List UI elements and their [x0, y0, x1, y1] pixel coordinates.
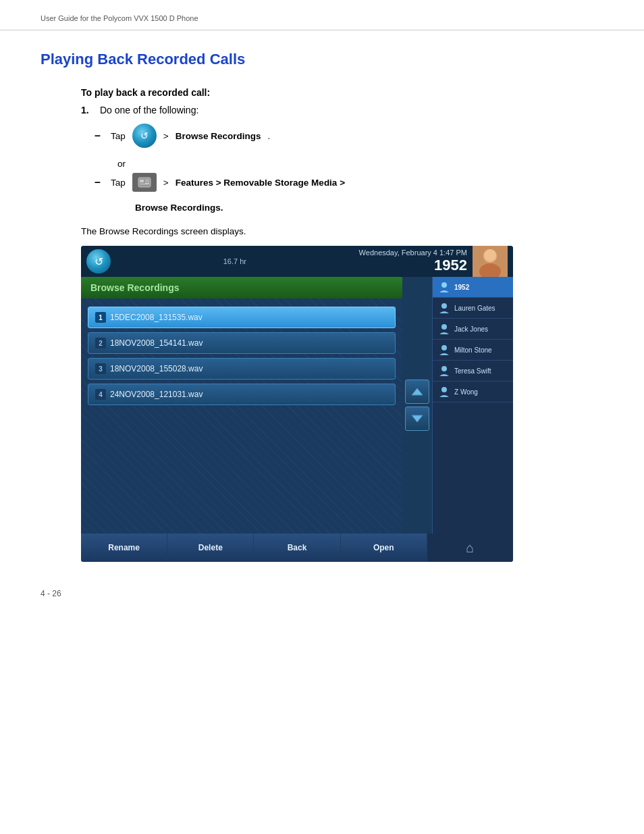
main-content: Playing Back Recorded Calls To play back… — [0, 30, 644, 639]
contact-item-1952[interactable]: 1952 — [433, 277, 513, 298]
person-icon-4 — [438, 344, 450, 356]
phone-right-panel: 1952 Lauren Gates — [432, 277, 513, 533]
sub-step-1: – Tap ↺ > Browse Recordings . — [95, 124, 603, 148]
file-item-4[interactable]: 4 24NOV2008_121031.wav — [88, 384, 396, 405]
file-num-4: 4 — [95, 389, 106, 400]
phone-screen: ↺ 16.7 hr Wednesday, February 4 1:47 PM … — [81, 246, 513, 562]
contact-item-jack[interactable]: Jack Jones — [433, 319, 513, 340]
phone-bottombar: Rename Delete Back Open ⌂ — [81, 533, 513, 562]
phone-storage-info: 16.7 hr — [116, 257, 354, 265]
phone-topbar: ↺ 16.7 hr Wednesday, February 4 1:47 PM … — [81, 246, 513, 277]
or-text: or — [117, 159, 603, 169]
tap-icon-symbol: ↺ — [140, 130, 149, 141]
svg-rect-2 — [145, 180, 149, 180]
period-1: . — [267, 131, 270, 141]
svg-rect-3 — [145, 182, 149, 182]
phone-logo-button[interactable]: ↺ — [86, 249, 111, 273]
sub-step-2-text: Features > Removable Storage Media > — [176, 178, 345, 188]
breadcrumb: User Guide for the Polycom VVX 1500 D Ph… — [41, 14, 198, 22]
contact-icon-5 — [437, 363, 452, 378]
page-number: 4 - 26 — [41, 589, 603, 598]
file-item-3[interactable]: 3 18NOV2008_155028.wav — [88, 358, 396, 380]
back-button[interactable]: Back — [254, 533, 340, 562]
avatar-image — [473, 246, 508, 277]
step-text: Do one of the following: — [100, 105, 198, 115]
scroll-arrows — [402, 277, 432, 533]
scroll-up-button[interactable] — [405, 380, 429, 404]
contact-name-zwong: Z Wong — [454, 388, 510, 396]
svg-marker-10 — [412, 388, 423, 395]
screen-caption: The Browse Recordings screen displays. — [81, 226, 603, 236]
file-num-1: 1 — [95, 312, 106, 323]
contact-name-teresa: Teresa Swift — [454, 367, 510, 375]
svg-rect-5 — [140, 184, 149, 184]
contact-item-lauren[interactable]: Lauren Gates — [433, 298, 513, 319]
home-button[interactable]: ⌂ — [427, 533, 513, 562]
phone-main-area: Browse Recordings 1 15DEC2008_131535.wav… — [81, 277, 513, 533]
person-icon — [438, 281, 450, 293]
file-num-2: 2 — [95, 338, 106, 348]
svg-point-9 — [484, 249, 496, 261]
tap-rect-icon[interactable] — [132, 173, 157, 192]
arrow-2: > — [163, 178, 169, 188]
instructions: To play back a recorded call: 1. Do one … — [81, 87, 603, 562]
tap-label-2: Tap — [111, 178, 126, 188]
file-name-4: 24NOV2008_121031.wav — [110, 390, 203, 399]
contact-item-zwong[interactable]: Z Wong — [433, 382, 513, 402]
step-1: 1. Do one of the following: — [81, 105, 603, 115]
contact-item-milton[interactable]: Milton Stone — [433, 340, 513, 361]
arrow-1: > — [163, 131, 169, 141]
person-icon-3 — [438, 323, 450, 335]
open-button[interactable]: Open — [341, 533, 427, 562]
contact-name-1952: 1952 — [454, 284, 510, 291]
doc-header: User Guide for the Polycom VVX 1500 D Ph… — [0, 0, 644, 30]
svg-rect-4 — [145, 183, 149, 184]
contact-icon-4 — [437, 342, 452, 357]
page-title: Playing Back Recorded Calls — [41, 51, 603, 68]
file-num-3: 3 — [95, 363, 106, 374]
file-name-3: 18NOV2008_155028.wav — [110, 364, 203, 373]
chevron-down-icon — [409, 412, 425, 425]
dash-1: – — [95, 130, 104, 142]
person-icon-5 — [438, 365, 450, 377]
file-item-2[interactable]: 2 18NOV2008_154141.wav — [88, 332, 396, 354]
phone-top-right: Wednesday, February 4 1:47 PM 1952 — [359, 249, 467, 274]
browse-recordings-label-2: Browse Recordings. — [135, 203, 603, 213]
sub-steps: – Tap ↺ > Browse Recordings . or – Tap — [95, 124, 603, 213]
phone-datetime: Wednesday, February 4 1:47 PM — [359, 249, 467, 257]
person-icon-6 — [438, 386, 450, 398]
svg-point-16 — [441, 366, 447, 371]
svg-point-14 — [441, 324, 447, 330]
file-name-1: 15DEC2008_131535.wav — [110, 313, 203, 322]
tap-circle-icon[interactable]: ↺ — [132, 124, 157, 148]
contact-icon-3 — [437, 321, 452, 336]
contact-item-teresa[interactable]: Teresa Swift — [433, 361, 513, 382]
instruction-heading: To play back a recorded call: — [81, 87, 603, 98]
scroll-down-button[interactable] — [405, 407, 429, 431]
step-number: 1. — [81, 105, 95, 115]
svg-rect-1 — [140, 180, 144, 182]
delete-button[interactable]: Delete — [167, 533, 254, 562]
file-item-1[interactable]: 1 15DEC2008_131535.wav — [88, 307, 396, 328]
second-sub-step-content: > Features > Removable Storage Media > — [163, 178, 345, 188]
phone-extension: 1952 — [434, 257, 467, 274]
logo-icon: ↺ — [95, 255, 103, 268]
menu-icon — [138, 177, 151, 188]
chevron-up-icon — [409, 385, 425, 398]
file-name-2: 18NOV2008_154141.wav — [110, 338, 203, 348]
person-icon-2 — [438, 302, 450, 314]
home-icon: ⌂ — [460, 538, 479, 557]
contact-icon-2 — [437, 301, 452, 315]
file-list: 1 15DEC2008_131535.wav 2 18NOV2008_15414… — [81, 307, 402, 405]
contact-icon-6 — [437, 384, 452, 399]
sub-step-2: – Tap > Features > Re — [95, 173, 603, 192]
svg-point-17 — [441, 387, 447, 392]
contact-name-lauren: Lauren Gates — [454, 305, 510, 312]
tap-label-1: Tap — [111, 131, 126, 141]
svg-marker-11 — [412, 415, 423, 422]
phone-avatar — [473, 246, 508, 277]
svg-rect-0 — [138, 178, 151, 187]
contact-name-milton: Milton Stone — [454, 346, 510, 354]
rename-button[interactable]: Rename — [81, 533, 167, 562]
browse-recordings-header: Browse Recordings — [81, 277, 402, 298]
